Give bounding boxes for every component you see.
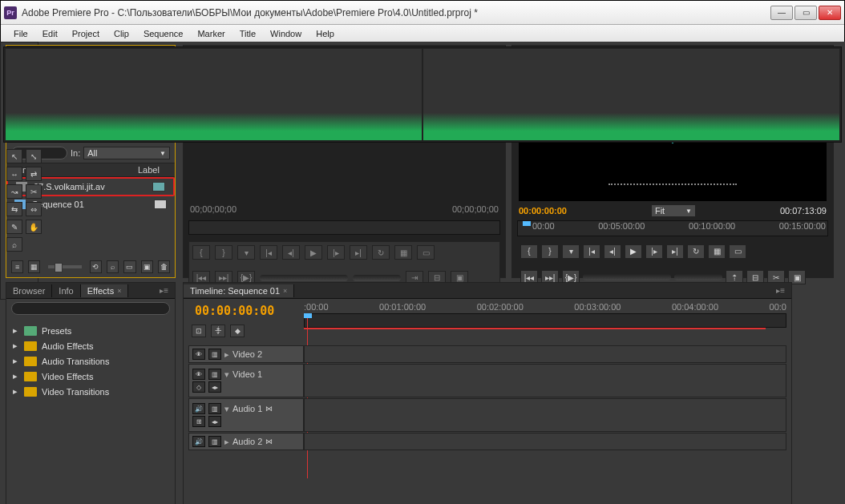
timeline-tc[interactable]: 00:00:00:00 xyxy=(195,304,274,318)
jog-wheel[interactable] xyxy=(353,275,401,281)
tab-browser[interactable]: Browser xyxy=(6,284,52,297)
output-icon[interactable]: ▭ xyxy=(417,245,435,260)
goto-in-icon[interactable]: |◂ xyxy=(260,245,277,260)
source-ruler[interactable] xyxy=(188,220,500,235)
step-fwd-icon[interactable]: |▸ xyxy=(327,245,345,260)
menu-edit[interactable]: Edit xyxy=(36,27,64,40)
rate-tool-icon[interactable]: ↝ xyxy=(6,184,22,199)
menu-sequence[interactable]: Sequence xyxy=(137,27,190,40)
timeline-ruler[interactable]: :00:00 00:01:00:00 00:02:00:00 00:03:00:… xyxy=(304,302,786,329)
playhead-icon[interactable] xyxy=(523,221,531,236)
tab-effects[interactable]: Effects× xyxy=(81,284,129,297)
tab-info[interactable]: Info xyxy=(52,284,80,297)
safe-margin-icon[interactable]: ▦ xyxy=(394,245,412,260)
lock-icon[interactable]: ▥ xyxy=(208,403,221,414)
new-bin-icon[interactable]: ▭ xyxy=(123,260,135,273)
step-back-icon[interactable]: ◂| xyxy=(604,244,621,259)
icon-view-icon[interactable]: ▦ xyxy=(28,260,40,273)
speaker-icon[interactable]: 🔊 xyxy=(192,403,205,414)
slip-tool-icon[interactable]: ⇆ xyxy=(6,202,22,216)
fx-folder-video-effects[interactable]: ▸Video Effects xyxy=(11,369,170,384)
label-swatch[interactable] xyxy=(154,200,167,209)
marker-icon[interactable]: ◆ xyxy=(230,325,245,337)
menu-title[interactable]: Title xyxy=(233,27,262,40)
loop-icon[interactable]: ↻ xyxy=(372,245,390,260)
pen-tool-icon[interactable]: ✎ xyxy=(6,220,22,234)
track-video2[interactable]: 👁▥▸Video 2 xyxy=(188,345,786,363)
set-marker-icon[interactable]: ▾ xyxy=(237,245,255,260)
track-lane[interactable] xyxy=(304,433,786,450)
step-back-icon[interactable]: ◂| xyxy=(282,245,300,260)
loop-icon[interactable]: ↻ xyxy=(687,244,705,259)
maximize-button[interactable]: ▭ xyxy=(794,6,817,20)
delete-icon[interactable]: 🗑 xyxy=(158,260,170,273)
in-dropdown[interactable]: All▼ xyxy=(83,147,170,159)
menu-file[interactable]: File xyxy=(7,27,34,40)
track-audio2[interactable]: 🔊▥▸Audio 2⋈ xyxy=(188,433,786,450)
new-item-icon[interactable]: ▣ xyxy=(141,260,153,273)
track-video1[interactable]: 👁▥▾Video 1 ◇◂▸ xyxy=(188,364,786,397)
play-icon[interactable]: ▶ xyxy=(305,245,322,260)
fx-folder-video-transitions[interactable]: ▸Video Transitions xyxy=(11,384,170,399)
nest-icon[interactable]: ⊡ xyxy=(192,325,206,337)
auto-match-icon[interactable]: ⟲ xyxy=(90,260,102,273)
lock-icon[interactable]: ▥ xyxy=(208,436,221,447)
ripple-tool-icon[interactable]: ↔ xyxy=(6,167,22,181)
goto-out-icon[interactable]: ▸| xyxy=(666,244,684,259)
goto-out-icon[interactable]: ▸| xyxy=(350,245,367,260)
slide-tool-icon[interactable]: ⇔ xyxy=(26,202,42,216)
track-lane[interactable] xyxy=(304,398,786,432)
shuttle-slider[interactable] xyxy=(583,274,671,280)
track-lane[interactable] xyxy=(304,364,786,397)
mark-out-icon[interactable]: } xyxy=(215,245,232,260)
track-lane[interactable] xyxy=(304,345,786,363)
mark-out-icon[interactable]: } xyxy=(541,244,559,259)
minimize-button[interactable]: — xyxy=(770,6,793,20)
razor-tool-icon[interactable]: ✂ xyxy=(26,184,42,199)
eye-icon[interactable]: 👁 xyxy=(192,349,205,360)
output-icon[interactable]: ▭ xyxy=(729,244,746,259)
speaker-icon[interactable]: 🔊 xyxy=(192,436,205,447)
close-button[interactable]: ✕ xyxy=(819,6,841,20)
lock-icon[interactable]: ▥ xyxy=(208,349,221,360)
play-icon[interactable]: ▶ xyxy=(625,244,642,259)
col-label[interactable]: Label xyxy=(138,165,170,175)
zoom-dropdown[interactable]: Fit▼ xyxy=(651,204,696,217)
playhead-icon[interactable] xyxy=(304,313,312,328)
lock-icon[interactable]: ▥ xyxy=(208,369,221,380)
list-view-icon[interactable]: ≡ xyxy=(11,260,23,273)
fx-folder-audio-transitions[interactable]: ▸Audio Transitions xyxy=(11,353,170,369)
step-fwd-icon[interactable]: |▸ xyxy=(645,244,663,259)
fx-folder-presets[interactable]: ▸Presets xyxy=(11,323,170,338)
goto-in-icon[interactable]: |◂ xyxy=(583,244,600,259)
zoom-tool-icon[interactable]: ⌕ xyxy=(6,237,22,252)
menu-help[interactable]: Help xyxy=(309,27,341,40)
track-opt-icon[interactable]: ◂▸ xyxy=(208,416,221,427)
label-swatch[interactable] xyxy=(152,182,165,192)
fx-folder-audio-effects[interactable]: ▸Audio Effects xyxy=(11,338,170,353)
source-tc-in[interactable]: 00;00;00;00 xyxy=(190,204,237,214)
keyframe-icon[interactable]: ⊞ xyxy=(192,416,205,427)
thumb-size-slider[interactable] xyxy=(48,265,81,268)
mark-in-icon[interactable]: { xyxy=(520,244,538,259)
eye-icon[interactable]: 👁 xyxy=(192,369,205,380)
program-ruler[interactable]: 00:00 00:05:00:00 00:10:00:00 00:15:00:0… xyxy=(517,220,828,236)
safe-margin-icon[interactable]: ▦ xyxy=(708,244,726,259)
effects-search-input[interactable] xyxy=(11,302,170,315)
selection-tool-icon[interactable]: ↖ xyxy=(6,149,22,163)
menu-window[interactable]: Window xyxy=(264,27,308,40)
tab-close-icon[interactable]: × xyxy=(283,287,287,295)
menu-clip[interactable]: Clip xyxy=(107,27,135,40)
set-marker-icon[interactable]: ▾ xyxy=(562,244,580,259)
tab-timeline[interactable]: Timeline: Sequence 01× xyxy=(184,284,294,297)
tab-close-icon[interactable]: × xyxy=(117,287,121,295)
shuttle-slider[interactable] xyxy=(260,275,348,281)
find-icon[interactable]: ⌕ xyxy=(107,260,119,273)
snap-icon[interactable]: ⸎ xyxy=(211,325,225,337)
track-select-tool-icon[interactable]: ⤡ xyxy=(26,149,42,163)
program-tc-current[interactable]: 00:00:00:00 xyxy=(519,206,567,216)
track-opt-icon[interactable]: ◂▸ xyxy=(208,381,221,393)
rolling-tool-icon[interactable]: ⇄ xyxy=(26,167,42,181)
keyframe-icon[interactable]: ◇ xyxy=(192,381,205,393)
mark-in-icon[interactable]: { xyxy=(192,245,210,260)
